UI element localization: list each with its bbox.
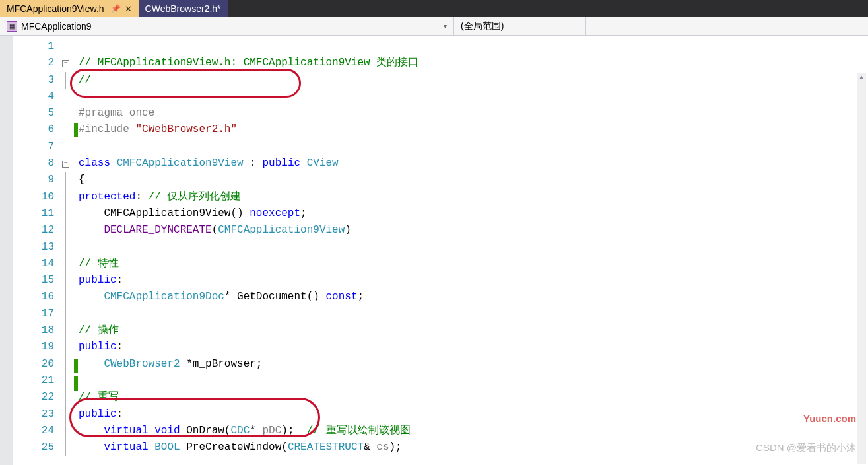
scroll-up-icon[interactable]: ▲	[857, 73, 866, 82]
tab-inactive[interactable]: CWebBrowser2.h*	[139, 0, 228, 17]
change-tracking-margin	[74, 36, 79, 465]
vertical-scrollbar[interactable]: ▲	[857, 73, 866, 464]
watermark-site: Yuucn.com	[803, 413, 856, 424]
navigation-bar: ▦ MFCApplication9 ▾ (全局范围)	[0, 17, 868, 36]
project-icon: ▦	[7, 21, 17, 32]
tab-label: CWebBrowser2.h*	[145, 3, 221, 14]
line-number-gutter: 1234567891011121314151617181920212223242…	[13, 36, 62, 465]
scope-project-label: MFCApplication9	[21, 21, 92, 32]
scope-project[interactable]: ▦ MFCApplication9 ▾	[0, 17, 454, 35]
close-icon[interactable]: ✕	[125, 4, 132, 14]
chevron-down-icon[interactable]: ▾	[444, 22, 447, 30]
watermark-author: CSDN @爱看书的小沐	[756, 442, 856, 454]
outlining-margin[interactable]: −−	[62, 36, 74, 465]
tab-bar: MFCApplication9View.h 📌 ✕ CWebBrowser2.h…	[0, 0, 868, 17]
scope-global[interactable]: (全局范围)	[454, 17, 586, 35]
pin-icon[interactable]: 📌	[111, 4, 121, 13]
tab-label: MFCApplication9View.h	[7, 3, 104, 14]
code-text-area[interactable]: // MFCApplication9View.h: CMFCApplicatio…	[79, 36, 868, 465]
tab-active[interactable]: MFCApplication9View.h 📌 ✕	[0, 0, 139, 17]
scope-global-label: (全局范围)	[461, 20, 504, 32]
indicator-margin	[0, 36, 13, 465]
code-editor[interactable]: 1234567891011121314151617181920212223242…	[0, 36, 868, 465]
